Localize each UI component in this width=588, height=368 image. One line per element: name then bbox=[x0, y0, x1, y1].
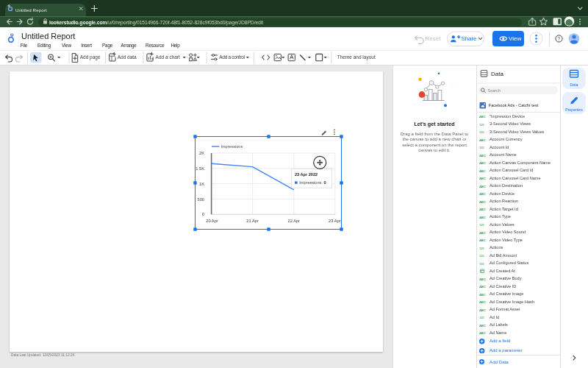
svg-text:Impressions: 0: Impressions: 0 bbox=[299, 180, 326, 185]
svg-text:2K: 2K bbox=[199, 151, 204, 155]
svg-text:Theme and layout: Theme and layout bbox=[337, 54, 376, 60]
svg-text:Add data: Add data bbox=[118, 54, 137, 60]
svg-text:1K: 1K bbox=[199, 182, 204, 186]
svg-text:21 Apr: 21 Apr bbox=[246, 219, 259, 223]
svg-text:Add page: Add page bbox=[80, 54, 101, 60]
svg-text:22 Apr: 22 Apr bbox=[288, 219, 301, 223]
svg-text:23 Apr 2022: 23 Apr 2022 bbox=[295, 172, 318, 177]
svg-text:500: 500 bbox=[198, 197, 205, 202]
svg-text:1.5K: 1.5K bbox=[196, 166, 204, 171]
svg-text:View: View bbox=[509, 35, 521, 42]
svg-text:Impressions: Impressions bbox=[221, 144, 243, 149]
svg-text:Add a control: Add a control bbox=[219, 54, 245, 60]
svg-text:Add a chart: Add a chart bbox=[156, 54, 180, 60]
svg-text:0: 0 bbox=[202, 212, 204, 216]
svg-text:23 Apr: 23 Apr bbox=[329, 219, 341, 223]
svg-text:Share: Share bbox=[462, 35, 477, 42]
svg-text:20 Apr: 20 Apr bbox=[206, 219, 218, 223]
svg-text:?: ? bbox=[558, 36, 561, 41]
svg-text:Reset: Reset bbox=[426, 35, 442, 42]
